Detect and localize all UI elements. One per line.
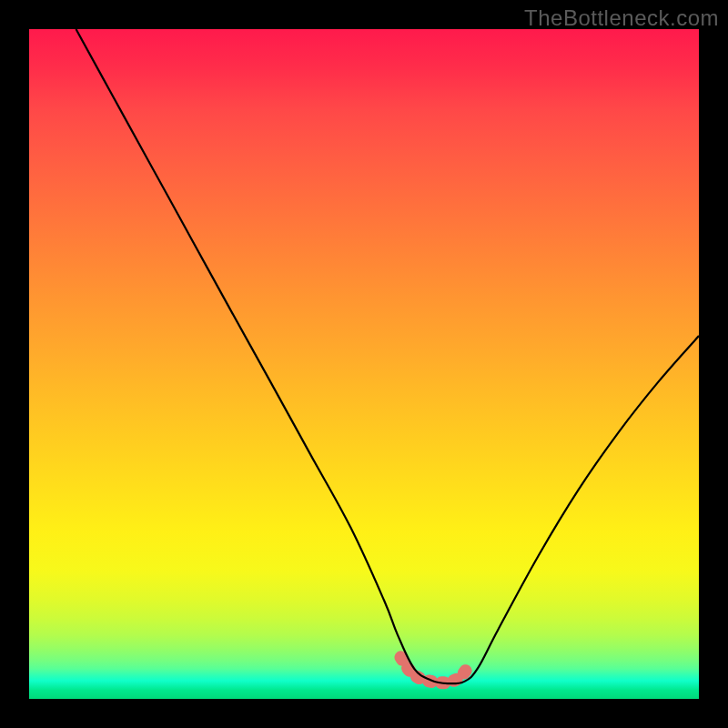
chart-frame: TheBottleneck.com [0,0,728,728]
curve-layer [29,29,699,699]
bottleneck-curve [76,29,699,683]
highlight-points [400,657,470,682]
watermark-text: TheBottleneck.com [524,5,719,31]
plot-area [29,29,699,699]
